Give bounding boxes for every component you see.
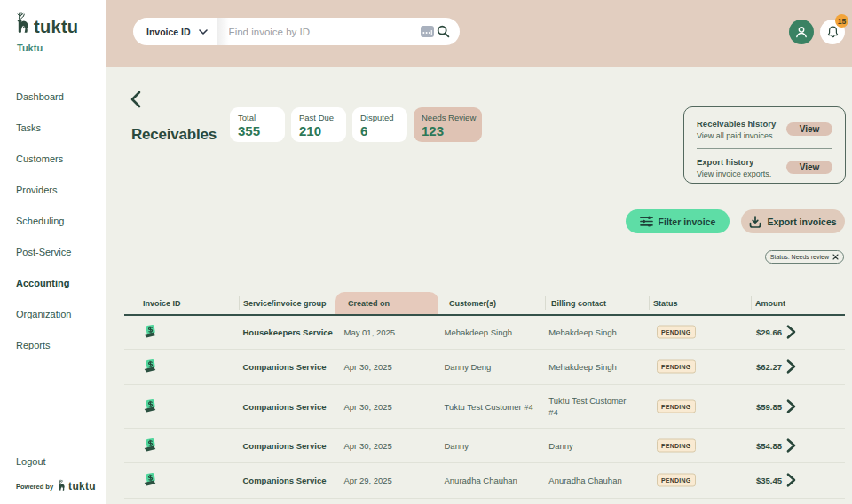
chevron-right-icon <box>785 359 797 374</box>
cell-created-on: Apr 29, 2025 <box>344 476 392 485</box>
history-view-button[interactable]: View <box>786 161 832 174</box>
history-title: Export history <box>697 157 771 167</box>
active-filters-row: Status: Needs review <box>765 250 844 264</box>
person-icon <box>794 25 809 39</box>
column-header-billing-contact[interactable]: Billing contact <box>551 299 606 308</box>
export-invoices-button[interactable]: Export invoices <box>741 209 845 233</box>
invoice-row[interactable]: Companions ServiceApr 30, 2025Tuktu Test… <box>124 385 845 429</box>
back-button[interactable] <box>130 91 141 112</box>
org-name: Tuktu <box>0 36 106 53</box>
invoice-row[interactable]: Companions ServiceApr 30, 2025DannyDanny… <box>124 429 845 464</box>
cell-billing-contact: Danny <box>548 439 572 451</box>
page-title: Receivables <box>131 126 217 144</box>
status-filter-chip-label: Status: Needs review <box>770 254 829 260</box>
powered-by-label: Powered by <box>16 483 53 491</box>
stat-value: 355 <box>238 123 279 138</box>
history-divider <box>697 148 832 149</box>
row-chevron[interactable] <box>785 437 797 453</box>
sidebar-footer: Logout Powered by tuktu <box>16 456 96 494</box>
text-cursor-indicator-icon[interactable] <box>421 26 434 37</box>
search-divider <box>217 18 229 45</box>
status-filter-chip[interactable]: Status: Needs review <box>765 250 844 264</box>
invoice-icon <box>144 437 156 453</box>
history-panel: Receivables historyView all paid invoice… <box>683 106 846 184</box>
notifications-button[interactable]: 15 <box>820 20 845 44</box>
sidebar-item-post-service[interactable]: Post-Service <box>16 237 71 268</box>
row-chevron[interactable] <box>785 359 797 374</box>
close-icon[interactable] <box>832 254 839 260</box>
invoice-icon <box>144 324 156 340</box>
sidebar-item-scheduling[interactable]: Scheduling <box>16 206 71 237</box>
column-header-amount[interactable]: Amount <box>755 299 785 308</box>
cell-created-on: May 01, 2025 <box>344 327 396 337</box>
history-desc: View invoice exports. <box>697 169 771 178</box>
column-header-status[interactable]: Status <box>653 299 678 308</box>
chevron-right-icon <box>785 398 797 413</box>
stat-card-disputed[interactable]: Disputed6 <box>352 107 407 142</box>
filter-invoice-button[interactable]: Filter invoice <box>626 209 730 233</box>
column-separator <box>239 296 240 310</box>
column-header-created-on[interactable]: Created on <box>348 299 390 308</box>
row-chevron[interactable] <box>785 325 797 340</box>
sidebar-item-organization[interactable]: Organization <box>16 299 71 330</box>
stat-card-past-due[interactable]: Past Due210 <box>291 107 346 142</box>
sidebar-item-customers[interactable]: Customers <box>16 144 71 175</box>
search-input[interactable] <box>229 27 421 37</box>
stat-value: 210 <box>299 123 340 138</box>
invoice-icon <box>144 472 156 488</box>
column-header-customer-s-[interactable]: Customer(s) <box>449 299 496 308</box>
history-row: Receivables historyView all paid invoice… <box>697 116 832 142</box>
row-chevron[interactable] <box>785 473 797 488</box>
status-badge: PENDING <box>657 438 696 452</box>
stat-card-total[interactable]: Total355 <box>230 107 285 142</box>
cell-billing-contact: Mehakdeep Singh <box>548 361 617 373</box>
stat-card-needs-review[interactable]: Needs Review123 <box>414 107 482 142</box>
history-desc: View all paid invoices. <box>697 131 776 140</box>
search-icon[interactable] <box>437 25 450 38</box>
column-header-invoice-id[interactable]: Invoice ID <box>143 299 181 308</box>
cell-service-group: Housekeepers Service <box>243 327 333 337</box>
chevron-down-icon <box>199 29 208 35</box>
sidebar-item-providers[interactable]: Providers <box>16 175 71 206</box>
column-separator <box>751 296 752 310</box>
cell-amount: $59.85 <box>756 401 782 411</box>
filter-invoice-label: Filter invoice <box>659 217 716 227</box>
column-header-service-invoice-group[interactable]: Service/invoice group <box>243 299 327 308</box>
logout-link[interactable]: Logout <box>16 456 96 467</box>
cell-created-on: Apr 30, 2025 <box>344 362 392 372</box>
stat-value: 6 <box>360 123 401 138</box>
cell-status: PENDING <box>657 474 696 487</box>
cell-billing-contact: Anuradha Chauhan <box>548 475 621 486</box>
cell-service-group: Companions Service <box>243 440 327 450</box>
invoice-row[interactable]: Companions ServiceApr 29, 2025Anuradha C… <box>124 463 845 499</box>
stat-cards: Total355Past Due210Disputed6Needs Review… <box>230 107 482 142</box>
invoice-row[interactable]: Housekeepers ServiceMay 01, 2025Mehakdee… <box>124 316 845 350</box>
cell-created-on: Apr 30, 2025 <box>344 401 392 411</box>
table-body: Housekeepers ServiceMay 01, 2025Mehakdee… <box>124 316 845 499</box>
notification-count-badge: 15 <box>835 14 848 28</box>
cell-status: PENDING <box>657 399 696 413</box>
stat-value: 123 <box>422 123 476 138</box>
chevron-right-icon <box>785 325 797 340</box>
sidebar-item-accounting[interactable]: Accounting <box>16 268 71 299</box>
cell-amount: $29.66 <box>756 327 782 337</box>
search-category-dropdown[interactable]: Invoice ID <box>133 18 217 45</box>
cell-service-group: Companions Service <box>243 362 327 372</box>
user-avatar[interactable] <box>789 20 814 44</box>
stat-label: Past Due <box>299 113 340 122</box>
cell-amount: $35.45 <box>756 476 782 485</box>
history-view-button[interactable]: View <box>786 122 832 136</box>
topbar: Invoice ID 15 <box>106 0 852 67</box>
cell-billing-contact: Mehakdeep Singh <box>548 327 617 338</box>
sidebar-nav: DashboardTasksCustomersProvidersScheduli… <box>16 82 71 361</box>
invoice-row[interactable]: Companions ServiceApr 30, 2025Danny Deng… <box>124 350 845 385</box>
sidebar-item-dashboard[interactable]: Dashboard <box>16 82 71 113</box>
filter-sliders-icon <box>640 216 653 227</box>
cell-created-on: Apr 30, 2025 <box>344 440 392 450</box>
stat-label: Disputed <box>360 113 401 122</box>
column-separator <box>545 296 546 310</box>
sidebar-item-tasks[interactable]: Tasks <box>16 113 71 144</box>
cell-customer: Danny Deng <box>445 362 492 372</box>
row-chevron[interactable] <box>785 398 797 413</box>
sidebar-item-reports[interactable]: Reports <box>16 330 71 361</box>
